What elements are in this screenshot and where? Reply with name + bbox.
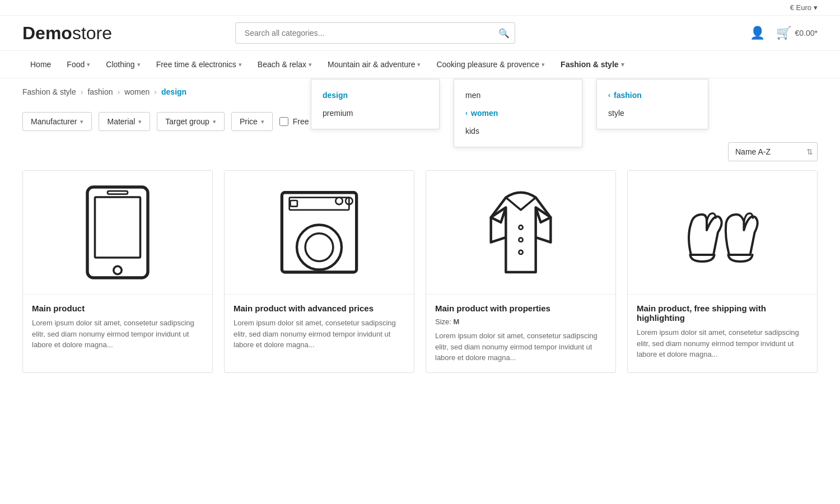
dropdown-item-women[interactable]: ‹ women	[454, 104, 582, 122]
product-title-1: Main product	[32, 304, 203, 313]
dropdown-item-design[interactable]: design	[311, 86, 439, 104]
cart-icon: 🛒	[776, 26, 791, 40]
breadcrumb-fashion[interactable]: fashion	[87, 87, 113, 96]
product-card-4[interactable]: Main product, free shipping with highlig…	[627, 170, 818, 373]
chevron-down-icon: ▾	[261, 118, 264, 125]
sort-area: Name A-Z Name Z-A Price asc. Price desc.	[0, 142, 840, 170]
svg-rect-3	[108, 191, 128, 194]
nav-freetime-label: Free time & electronics	[156, 60, 236, 69]
svg-point-9	[335, 198, 342, 204]
svg-point-12	[519, 238, 522, 242]
product-card-1[interactable]: Main product Lorem ipsum dolor sit amet,…	[22, 170, 213, 373]
svg-point-13	[519, 250, 522, 254]
chevron-down-icon: ▾	[417, 61, 421, 68]
logo[interactable]: Demostore	[22, 23, 112, 44]
manufacturer-filter[interactable]: Manufacturer ▾	[22, 112, 92, 131]
search-input[interactable]	[235, 22, 515, 44]
product-image-3	[426, 171, 615, 294]
cart-price: €0.00*	[795, 29, 817, 38]
chevron-down-icon: ▾	[137, 61, 141, 68]
nav-item-freetime[interactable]: Free time & electronics ▾	[148, 51, 250, 78]
product-desc-4: Lorem ipsum dolor sit amet, consetetur s…	[637, 327, 808, 360]
price-label: Price	[240, 117, 258, 126]
nav-food-label: Food	[67, 60, 85, 69]
dropdown-design: design premium	[311, 79, 440, 129]
nav-item-home[interactable]: Home	[22, 51, 59, 78]
chevron-down-icon: ▾	[239, 61, 242, 68]
dropdown-item-premium[interactable]: premium	[311, 104, 439, 122]
material-filter[interactable]: Material ▾	[99, 112, 150, 131]
breadcrumb-separator: ›	[81, 87, 83, 96]
back-arrow-icon: ‹	[465, 109, 468, 117]
product-info-1: Main product Lorem ipsum dolor sit amet,…	[23, 294, 212, 360]
breadcrumb-separator: ›	[118, 87, 120, 96]
nav-item-beach[interactable]: Beach & relax ▾	[250, 51, 320, 78]
manufacturer-label: Manufacturer	[31, 117, 77, 126]
dropdown-item-style[interactable]: style	[597, 104, 708, 122]
nav-fashion-label: Fashion & style	[561, 60, 618, 69]
dropdown-fashion: ‹ fashion style	[596, 79, 708, 129]
product-card-2[interactable]: Main product with advanced prices Lorem …	[224, 170, 414, 373]
price-filter[interactable]: Price ▾	[231, 112, 273, 131]
breadcrumb-women[interactable]: women	[124, 87, 150, 96]
product-info-4: Main product, free shipping with highlig…	[628, 294, 817, 369]
targetgroup-filter[interactable]: Target group ▾	[157, 112, 225, 131]
chevron-down-icon: ▾	[309, 61, 312, 68]
product-card-3[interactable]: Main product with properties Size: M Lor…	[426, 170, 616, 373]
logo-bold: Demo	[22, 23, 72, 43]
svg-rect-10	[290, 200, 297, 207]
sort-wrapper: Name A-Z Name Z-A Price asc. Price desc.	[728, 142, 818, 161]
nav-item-mountain[interactable]: Mountain air & adventure ▾	[320, 51, 428, 78]
header-right: 👤 🛒 €0.00*	[750, 26, 817, 40]
product-image-2	[225, 171, 414, 294]
dropdown-men-label: men	[465, 91, 480, 100]
currency-arrow: ▾	[814, 3, 818, 12]
dropdown-kids-label: kids	[465, 127, 479, 136]
currency-label: € Euro	[790, 3, 811, 12]
chevron-down-icon: ▾	[621, 61, 624, 68]
dropdown-premium-label: premium	[323, 109, 353, 118]
search-button[interactable]: 🔍	[498, 28, 510, 39]
account-icon[interactable]: 👤	[750, 26, 765, 40]
nav-item-food[interactable]: Food ▾	[59, 51, 98, 78]
header: Demostore 🔍 👤 🛒 €0.00*	[0, 16, 840, 51]
back-arrow-icon: ‹	[608, 91, 610, 99]
dropdown-women-label: women	[471, 109, 498, 118]
logo-light: store	[72, 23, 112, 43]
breadcrumb-fashion-style[interactable]: Fashion & style	[22, 87, 76, 96]
dropdown-item-fashion[interactable]: ‹ fashion	[597, 86, 708, 104]
dropdown-fashion-label: fashion	[614, 91, 642, 100]
navigation: Home Food ▾ Clothing ▾ Free time & elect…	[0, 51, 840, 78]
dropdown-item-men[interactable]: men	[454, 86, 582, 104]
search-bar: 🔍	[235, 22, 515, 44]
product-info-3: Main product with properties Size: M Lor…	[426, 294, 615, 372]
dropdown-design-label: design	[323, 91, 348, 100]
nav-item-fashion[interactable]: Fashion & style ▾	[553, 51, 632, 78]
product-desc-3: Lorem ipsum dolor sit amet, consetetur s…	[435, 330, 606, 363]
dropdown-women: men ‹ women kids	[454, 79, 582, 147]
svg-point-11	[519, 226, 522, 230]
chevron-down-icon: ▾	[213, 118, 216, 125]
dropdown-item-kids[interactable]: kids	[454, 122, 582, 140]
sort-select[interactable]: Name A-Z Name Z-A Price asc. Price desc.	[728, 142, 818, 161]
free-shipping-checkbox[interactable]	[279, 117, 288, 126]
product-title-3: Main product with properties	[435, 304, 606, 313]
nav-item-cooking[interactable]: Cooking pleasure & provence ▾	[428, 51, 553, 78]
product-title-4: Main product, free shipping with highlig…	[637, 304, 808, 323]
product-title-2: Main product with advanced prices	[234, 304, 405, 313]
svg-rect-0	[87, 187, 148, 278]
breadcrumb-current: design	[161, 87, 186, 96]
nav-beach-label: Beach & relax	[258, 60, 306, 69]
chevron-down-icon: ▾	[87, 61, 90, 68]
cart-area[interactable]: 🛒 €0.00*	[776, 26, 817, 40]
product-image-4	[628, 171, 817, 294]
breadcrumb-separator: ›	[154, 87, 157, 96]
nav-home-label: Home	[30, 60, 51, 69]
svg-point-2	[114, 266, 122, 274]
product-grid: Main product Lorem ipsum dolor sit amet,…	[0, 170, 840, 395]
svg-point-7	[305, 234, 333, 262]
nav-item-clothing[interactable]: Clothing ▾	[98, 51, 148, 78]
dropdown-style-label: style	[608, 109, 624, 118]
product-info-2: Main product with advanced prices Lorem …	[225, 294, 414, 360]
currency-selector[interactable]: € Euro ▾	[790, 3, 818, 12]
